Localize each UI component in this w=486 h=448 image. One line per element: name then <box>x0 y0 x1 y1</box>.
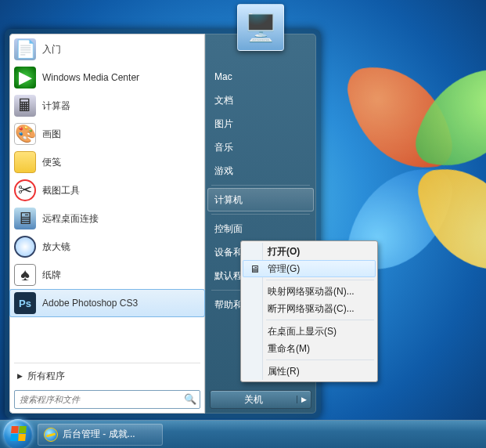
separator <box>211 214 310 215</box>
program-item-calculator[interactable]: 🖩 计算器 <box>9 92 205 120</box>
program-label: 截图工具 <box>42 184 80 197</box>
program-item-remote-desktop[interactable]: 🖥 远程桌面连接 <box>9 204 205 233</box>
taskbar[interactable]: 后台管理 - 成就... <box>0 420 486 448</box>
shutdown-options-arrow[interactable]: ▶ <box>297 396 311 403</box>
ctx-disconnect-drive[interactable]: 断开网络驱动器(C)... <box>243 300 376 317</box>
ctx-properties[interactable]: 属性(R) <box>243 363 376 380</box>
program-label: Windows Media Center <box>42 72 139 83</box>
shutdown-label: 关机 <box>211 393 297 406</box>
chevron-right-icon: ▶ <box>17 372 23 380</box>
program-label: 便笺 <box>42 156 61 169</box>
sticky-notes-icon <box>14 151 36 173</box>
all-programs-label: 所有程序 <box>27 370 65 383</box>
shutdown-button[interactable]: 关机 ▶ <box>210 390 311 409</box>
ctx-rename[interactable]: 重命名(M) <box>243 340 376 357</box>
link-documents[interactable]: 文档 <box>205 89 316 112</box>
program-item-sticky-notes[interactable]: 便笺 <box>9 148 205 176</box>
ctx-map-drive[interactable]: 映射网络驱动器(N)... <box>243 283 376 300</box>
taskbar-button-ie[interactable]: 后台管理 - 成就... <box>38 424 163 446</box>
user-picture[interactable]: 🖥️ <box>237 4 284 51</box>
link-music[interactable]: 音乐 <box>205 135 316 159</box>
program-label: 入门 <box>42 43 61 56</box>
start-button[interactable] <box>3 419 33 449</box>
context-menu: 打开(O) 🖥 管理(G) 映射网络驱动器(N)... 断开网络驱动器(C)..… <box>240 240 378 382</box>
calculator-icon: 🖩 <box>14 95 36 117</box>
ie-icon <box>44 428 58 442</box>
link-computer[interactable]: 计算机 <box>207 188 314 211</box>
program-item-snipping-tool[interactable]: ✂ 截图工具 <box>9 176 205 204</box>
link-games[interactable]: 游戏 <box>205 159 316 182</box>
ctx-open[interactable]: 打开(O) <box>243 243 376 260</box>
program-label: 远程桌面连接 <box>42 212 99 226</box>
ctx-manage[interactable]: 🖥 管理(G) <box>243 260 376 277</box>
search-icon: 🔍 <box>184 393 196 405</box>
separator <box>266 320 374 320</box>
remote-desktop-icon: 🖥 <box>14 208 36 229</box>
program-item-photoshop[interactable]: Ps Adobe Photoshop CS3 <box>9 289 205 317</box>
link-control-panel[interactable]: 控制面 <box>205 217 316 240</box>
magnifier-icon <box>14 236 36 258</box>
program-label: 放大镜 <box>42 240 70 254</box>
link-mac[interactable]: Mac <box>205 65 316 89</box>
photoshop-icon: Ps <box>14 292 36 314</box>
start-menu-left-pane: 📄 入门 ▶ Windows Media Center 🖩 计算器 🎨 画图 便… <box>9 34 205 414</box>
link-pictures[interactable]: 图片 <box>205 112 316 135</box>
program-item-wmc[interactable]: ▶ Windows Media Center <box>9 63 205 92</box>
windows-flag-icon <box>10 426 27 441</box>
solitaire-icon: ♠ <box>14 264 36 286</box>
scissors-icon: ✂ <box>14 179 36 201</box>
program-label: 计算器 <box>42 99 70 113</box>
intro-icon: 📄 <box>14 38 36 60</box>
search-input[interactable] <box>14 390 200 409</box>
program-list: 📄 入门 ▶ Windows Media Center 🖩 计算器 🎨 画图 便… <box>9 35 205 361</box>
separator <box>266 359 374 360</box>
all-programs-button[interactable]: ▶ 所有程序 <box>9 365 205 387</box>
divider <box>14 363 200 363</box>
program-label: Adobe Photoshop CS3 <box>42 298 138 309</box>
paint-icon: 🎨 <box>14 123 36 145</box>
taskbar-button-label: 后台管理 - 成就... <box>63 428 135 441</box>
program-item-solitaire[interactable]: ♠ 纸牌 <box>9 261 205 289</box>
ctx-show-on-desktop[interactable]: 在桌面上显示(S) <box>243 323 376 340</box>
wmc-icon: ▶ <box>14 67 36 89</box>
separator <box>266 280 374 280</box>
program-item-paint[interactable]: 🎨 画图 <box>9 120 205 148</box>
program-label: 纸牌 <box>42 269 61 282</box>
separator <box>211 185 310 186</box>
program-label: 画图 <box>42 128 61 141</box>
program-item-magnifier[interactable]: 放大镜 <box>9 233 205 261</box>
program-item-intro[interactable]: 📄 入门 <box>9 35 205 63</box>
manage-icon: 🖥 <box>248 263 261 275</box>
